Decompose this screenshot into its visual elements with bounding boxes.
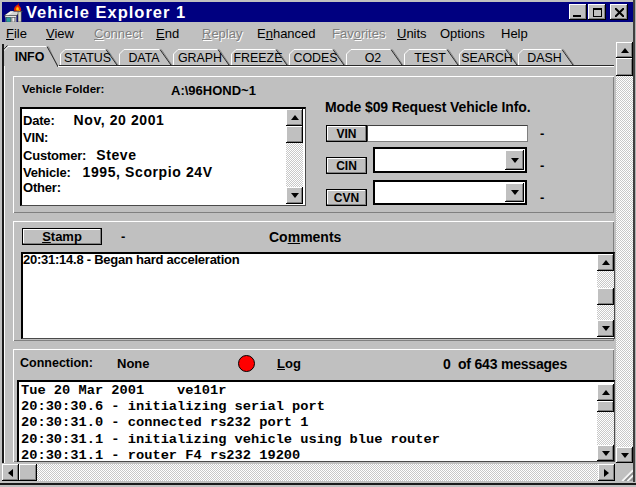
svg-text:SEARCH: SEARCH bbox=[461, 51, 513, 65]
svg-text:INFO: INFO bbox=[15, 50, 45, 64]
svg-text:O2: O2 bbox=[365, 51, 382, 65]
svg-text:FREEZE: FREEZE bbox=[234, 51, 283, 65]
svg-text:STATUS: STATUS bbox=[64, 51, 111, 65]
svg-text:GRAPH: GRAPH bbox=[178, 51, 222, 65]
svg-text:DASH: DASH bbox=[527, 51, 561, 65]
svg-text:TEST: TEST bbox=[414, 51, 446, 65]
svg-text:CODES: CODES bbox=[293, 51, 337, 65]
svg-text:DATA: DATA bbox=[128, 51, 160, 65]
